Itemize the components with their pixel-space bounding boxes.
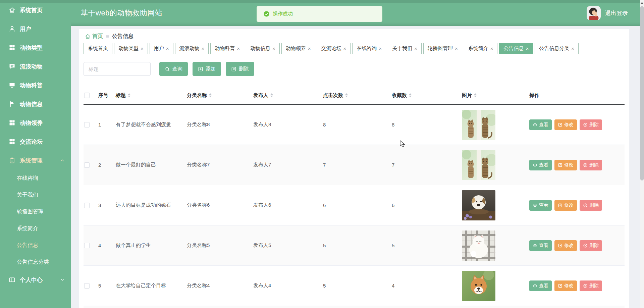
- sort-carets-icon[interactable]: [345, 93, 348, 97]
- row-delete-button[interactable]: 删除: [580, 160, 602, 170]
- tab-close-icon[interactable]: ×: [272, 46, 275, 51]
- view-button[interactable]: 查看: [529, 160, 552, 170]
- sort-carets-icon[interactable]: [474, 93, 477, 97]
- tab-close-icon[interactable]: ×: [343, 46, 346, 51]
- row-checkbox[interactable]: [84, 203, 90, 208]
- tab-10[interactable]: 轮播图管理×: [423, 43, 462, 54]
- sort-carets-icon[interactable]: [209, 93, 212, 97]
- tab-close-icon[interactable]: ×: [455, 46, 458, 51]
- sort-carets-icon[interactable]: [409, 93, 412, 97]
- tab-close-icon[interactable]: ×: [237, 46, 240, 51]
- sidebar-subitem-3[interactable]: 系统简介: [0, 220, 71, 237]
- tab-close-icon[interactable]: ×: [490, 46, 493, 51]
- tab-0[interactable]: 系统首页: [84, 43, 112, 54]
- tab-11[interactable]: 系统简介×: [464, 43, 498, 54]
- row-checkbox[interactable]: [84, 122, 90, 127]
- sidebar-item-label: 系统管理: [20, 157, 43, 164]
- query-button[interactable]: 查询: [159, 62, 188, 76]
- sidebar-item-2[interactable]: 动物类型: [0, 38, 71, 57]
- eye-icon: [533, 284, 537, 288]
- title-search-input[interactable]: [84, 62, 151, 76]
- tab-close-icon[interactable]: ×: [141, 46, 144, 51]
- sort-carets-icon[interactable]: [128, 93, 130, 97]
- row-delete-button[interactable]: 删除: [580, 200, 602, 211]
- sidebar-item-label: 动物科普: [20, 82, 43, 89]
- page: 系统首页用户动物类型流浪动物动物科普动物信息动物领养交流论坛系统管理在线咨询关于…: [0, 0, 644, 308]
- sidebar-subitem-5[interactable]: 公告信息分类: [0, 254, 71, 270]
- row-checkbox[interactable]: [84, 283, 90, 289]
- tab-close-icon[interactable]: ×: [414, 46, 417, 51]
- view-button[interactable]: 查看: [529, 280, 552, 291]
- select-all-checkbox[interactable]: [84, 93, 90, 98]
- tab-3[interactable]: 流浪动物×: [175, 43, 209, 54]
- scrollbar-thumb[interactable]: [640, 6, 644, 181]
- view-button[interactable]: 查看: [529, 240, 552, 251]
- row-delete-button[interactable]: 删除: [580, 280, 602, 291]
- sidebar-item-label: 动物类型: [20, 44, 43, 52]
- toast-message: 操作成功: [273, 11, 293, 17]
- tab-close-icon[interactable]: ×: [202, 46, 205, 51]
- table-row-5: 5在大学给自己定个目标分类名称4发布人454查看修改删除: [84, 266, 625, 306]
- tab-close-icon[interactable]: ×: [379, 46, 382, 51]
- edit-icon: [558, 284, 562, 288]
- tab-close-icon[interactable]: ×: [526, 46, 529, 51]
- sidebar-item-6[interactable]: 动物领养: [0, 113, 71, 132]
- logout-button[interactable]: 退出登录: [605, 9, 628, 17]
- scroll-up-button[interactable]: [640, 0, 644, 5]
- cell-favorites: 5: [392, 243, 462, 248]
- sidebar-subitem-4[interactable]: 公告信息: [0, 237, 71, 254]
- edit-button[interactable]: 修改: [554, 280, 577, 291]
- tab-close-icon[interactable]: ×: [571, 46, 574, 51]
- view-button[interactable]: 查看: [529, 119, 552, 130]
- add-button[interactable]: 添加: [193, 62, 221, 76]
- tab-9[interactable]: 关于我们×: [388, 43, 422, 54]
- sidebar-subitem-label: 公告信息: [17, 242, 38, 249]
- column-header: 分类名称: [187, 92, 253, 99]
- edit-button[interactable]: 修改: [554, 200, 577, 211]
- sidebar-item-1[interactable]: 用户: [0, 19, 71, 38]
- edit-button[interactable]: 修改: [554, 160, 577, 170]
- sidebar-item-4[interactable]: 动物科普: [0, 76, 71, 95]
- tab-13[interactable]: 公告信息分类×: [535, 43, 579, 54]
- tab-8[interactable]: 在线咨询×: [352, 43, 386, 54]
- tab-4[interactable]: 动物科普×: [210, 43, 244, 54]
- sidebar-item-8[interactable]: 系统管理: [0, 151, 71, 170]
- breadcrumb-home[interactable]: 首页: [85, 33, 103, 40]
- sidebar-item-personal[interactable]: 个人中心: [0, 270, 71, 289]
- edit-button[interactable]: 修改: [554, 119, 577, 130]
- sidebar-subitem-2[interactable]: 轮播图管理: [0, 203, 71, 220]
- sort-carets-icon[interactable]: [270, 93, 273, 97]
- sidebar-item-7[interactable]: 交流论坛: [0, 132, 71, 151]
- avatar[interactable]: [587, 6, 601, 20]
- tab-close-icon[interactable]: ×: [308, 46, 311, 51]
- column-header-label: 标题: [116, 92, 126, 99]
- breadcrumb-home-label: 首页: [92, 33, 103, 40]
- photo-corgi: [462, 271, 495, 301]
- sidebar-subitem-1[interactable]: 关于我们: [0, 187, 71, 203]
- edit-button[interactable]: 修改: [554, 240, 577, 251]
- tab-1[interactable]: 动物类型×: [114, 43, 148, 54]
- tab-6[interactable]: 动物领养×: [281, 43, 315, 54]
- sidebar-subitem-0[interactable]: 在线咨询: [0, 170, 71, 187]
- delete-button[interactable]: 删除: [226, 62, 254, 76]
- row-delete-button[interactable]: 删除: [580, 240, 602, 251]
- eye-icon: [533, 243, 537, 248]
- cell-publisher: 发布人7: [253, 162, 323, 168]
- sidebar-item-5[interactable]: 动物信息: [0, 95, 71, 113]
- monitor-icon: [9, 82, 15, 89]
- tab-7[interactable]: 交流论坛×: [317, 43, 351, 54]
- sidebar-item-0[interactable]: 系统首页: [0, 1, 71, 19]
- tab-2[interactable]: 用户×: [150, 43, 173, 54]
- edit-icon: [558, 243, 562, 248]
- tab-12[interactable]: 公告信息×: [499, 43, 533, 54]
- tab-5[interactable]: 动物信息×: [246, 43, 280, 54]
- page-scrollbar[interactable]: [640, 0, 644, 308]
- tab-close-icon[interactable]: ×: [166, 46, 169, 51]
- row-checkbox[interactable]: [84, 243, 90, 248]
- view-button[interactable]: 查看: [529, 200, 552, 211]
- sidebar-item-label: 交流论坛: [20, 138, 43, 146]
- row-delete-button[interactable]: 删除: [580, 119, 602, 130]
- row-checkbox[interactable]: [84, 162, 90, 168]
- sidebar-item-3[interactable]: 流浪动物: [0, 57, 71, 76]
- search-icon: [165, 66, 170, 72]
